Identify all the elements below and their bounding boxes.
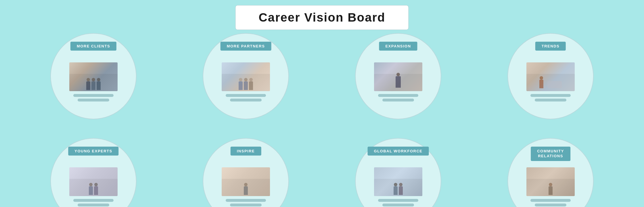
photo-more-partners [222, 62, 270, 91]
bar-2 [535, 99, 566, 101]
bar-2 [382, 99, 414, 101]
text-bars-trends [530, 94, 571, 101]
text-bars-more-clients [73, 94, 114, 101]
card-cell-global-workforce: GLOBAL WORKFORCE [322, 121, 474, 207]
circle-more-partners: MORE PARTNERS [203, 33, 289, 119]
bar-1 [226, 94, 266, 97]
circle-inspire: INSPIRE [203, 138, 289, 207]
circle-young-experts: YOUNG EXPERTS [50, 138, 137, 207]
circle-community-relations: COMMUNITYRELATIONS [507, 138, 594, 207]
card-cell-more-partners: MORE PARTNERS [170, 32, 322, 121]
circle-expansion: EXPANSION [355, 33, 441, 119]
photo-more-clients [69, 62, 118, 91]
circle-global-workforce: GLOBAL WORKFORCE [355, 138, 441, 207]
circle-trends: TRENDS [507, 33, 594, 119]
text-bars-global-workforce [378, 199, 418, 206]
card-cell-community-relations: COMMUNITYRELATIONS [474, 121, 627, 207]
label-more-partners[interactable]: MORE PARTNERS [221, 42, 271, 51]
label-more-clients[interactable]: MORE CLIENTS [70, 42, 116, 51]
card-cell-inspire: INSPIRE [170, 121, 322, 207]
circle-more-clients: MORE CLIENTS [50, 33, 137, 119]
photo-young-experts [69, 167, 118, 196]
label-trends[interactable]: TRENDS [535, 42, 566, 51]
bar-1 [73, 94, 114, 97]
text-bars-more-partners [226, 94, 266, 101]
vision-board-grid: MORE CLIENTS MORE PARTNERS [0, 29, 644, 207]
bar-1 [530, 94, 571, 97]
label-young-experts[interactable]: YOUNG EXPERTS [68, 147, 118, 156]
label-global-workforce[interactable]: GLOBAL WORKFORCE [368, 147, 429, 156]
photo-global-workforce [374, 167, 422, 196]
photo-expansion [374, 62, 422, 91]
text-bars-community-relations [530, 199, 571, 206]
text-bars-expansion [378, 94, 418, 101]
label-inspire[interactable]: INSPIRE [231, 147, 261, 156]
photo-trends [526, 62, 575, 91]
label-community-relations[interactable]: COMMUNITYRELATIONS [531, 147, 570, 161]
photo-community-relations [526, 167, 575, 196]
title-container: Career Vision Board [235, 5, 409, 30]
card-cell-more-clients: MORE CLIENTS [17, 32, 170, 121]
text-bars-young-experts [73, 199, 114, 206]
bar-2 [78, 99, 109, 101]
card-cell-expansion: EXPANSION [322, 32, 474, 121]
bar-2 [230, 99, 262, 101]
label-expansion[interactable]: EXPANSION [379, 42, 417, 51]
page-title: Career Vision Board [258, 11, 385, 24]
photo-inspire [222, 167, 270, 196]
text-bars-inspire [226, 199, 266, 206]
card-cell-trends: TRENDS [474, 32, 627, 121]
card-cell-young-experts: YOUNG EXPERTS [17, 121, 170, 207]
bar-1 [378, 94, 418, 97]
